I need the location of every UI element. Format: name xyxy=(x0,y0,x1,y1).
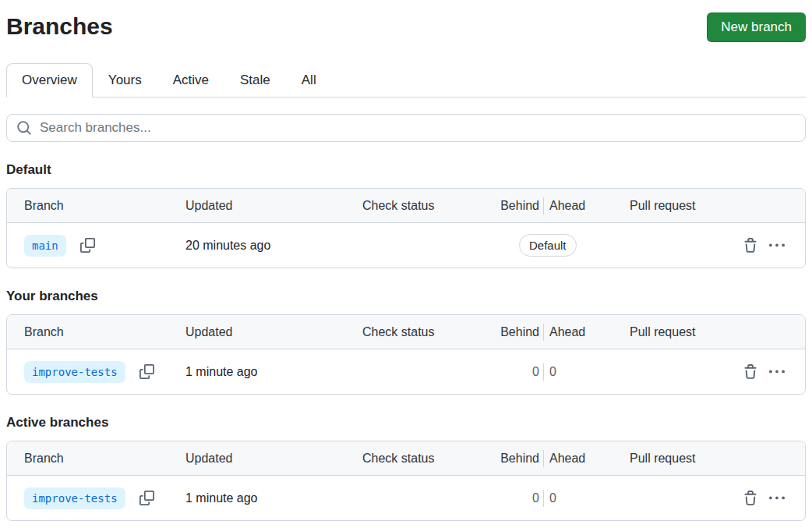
branch-more-options-button[interactable] xyxy=(769,491,785,506)
column-behind: Behind xyxy=(497,441,544,475)
branch-name-link[interactable]: main xyxy=(24,235,66,257)
new-branch-button[interactable]: New branch xyxy=(707,12,806,42)
delete-branch-button[interactable] xyxy=(743,238,758,253)
section-heading: Your branches xyxy=(6,287,806,306)
pull-request-cell xyxy=(630,223,743,268)
behind-ahead-cell: Default xyxy=(497,223,630,268)
branches-table: Branch Updated Check status Behind Ahead… xyxy=(6,441,806,521)
column-actions xyxy=(743,441,805,475)
check-status-cell xyxy=(362,349,497,394)
trash-icon xyxy=(743,238,758,253)
branch-cell: improve-tests xyxy=(7,476,185,520)
page-title: Branches xyxy=(6,12,113,41)
kebab-horizontal-icon xyxy=(769,238,785,253)
column-check-status: Check status xyxy=(362,189,497,222)
search-branches-bar xyxy=(6,114,806,142)
section-heading: Default xyxy=(6,161,806,179)
copy-branch-name-button[interactable] xyxy=(139,491,154,505)
table-row: main 20 minutes ago Default xyxy=(7,223,805,268)
kebab-horizontal-icon xyxy=(769,491,785,506)
updated-cell: 20 minutes ago xyxy=(185,223,362,268)
tab-yours[interactable]: Yours xyxy=(93,62,157,97)
column-branch: Branch xyxy=(7,441,185,475)
trash-icon xyxy=(743,491,758,506)
column-ahead: Ahead xyxy=(544,189,630,222)
branch-more-options-button[interactable] xyxy=(769,238,785,253)
row-actions xyxy=(743,223,805,268)
table-row: improve-tests 1 minute ago 0 0 xyxy=(7,476,805,520)
tab-stale[interactable]: Stale xyxy=(224,62,286,97)
column-updated: Updated xyxy=(185,315,362,349)
column-ahead: Ahead xyxy=(544,441,630,475)
ahead-count: 0 xyxy=(544,349,630,394)
default-status-badge: Default xyxy=(519,234,577,257)
branches-tabnav: Overview Yours Active Stale All xyxy=(6,62,806,97)
page-header: Branches New branch xyxy=(6,12,806,42)
check-status-cell xyxy=(362,223,497,268)
behind-count: 0 xyxy=(497,476,544,520)
behind-count: 0 xyxy=(497,349,544,394)
trash-icon xyxy=(743,364,758,380)
branches-table: Branch Updated Check status Behind Ahead… xyxy=(6,188,806,268)
table-header-row: Branch Updated Check status Behind Ahead… xyxy=(7,315,805,349)
column-actions xyxy=(743,189,805,222)
row-actions xyxy=(743,476,805,520)
column-branch: Branch xyxy=(7,315,185,349)
column-behind: Behind xyxy=(497,189,544,222)
copy-branch-name-button[interactable] xyxy=(139,364,154,379)
row-actions xyxy=(743,349,805,394)
section-heading: Active branches xyxy=(6,413,806,432)
column-actions xyxy=(743,315,805,349)
table-row: improve-tests 1 minute ago 0 0 xyxy=(7,349,805,394)
section-default: Default Branch Updated Check status Behi… xyxy=(6,161,806,268)
copy-icon xyxy=(139,364,154,379)
branch-cell: improve-tests xyxy=(7,349,185,394)
branch-name-link[interactable]: improve-tests xyxy=(24,487,125,509)
copy-icon xyxy=(80,238,95,253)
column-check-status: Check status xyxy=(362,315,497,349)
table-header-row: Branch Updated Check status Behind Ahead… xyxy=(7,441,805,476)
search-icon xyxy=(16,120,32,136)
section-active-branches: Active branches Branch Updated Check sta… xyxy=(6,413,806,521)
kebab-horizontal-icon xyxy=(769,364,785,380)
pull-request-cell xyxy=(630,476,743,520)
pull-request-cell xyxy=(630,349,743,394)
branch-name-link[interactable]: improve-tests xyxy=(24,361,125,383)
branches-table: Branch Updated Check status Behind Ahead… xyxy=(6,314,806,395)
tab-overview[interactable]: Overview xyxy=(6,63,93,97)
branch-more-options-button[interactable] xyxy=(769,364,785,380)
column-updated: Updated xyxy=(185,189,362,222)
updated-cell: 1 minute ago xyxy=(185,349,362,394)
column-updated: Updated xyxy=(185,441,362,475)
column-pull-request: Pull request xyxy=(630,315,743,349)
column-behind: Behind xyxy=(497,315,544,349)
column-check-status: Check status xyxy=(362,441,497,475)
delete-branch-button[interactable] xyxy=(743,364,758,380)
column-branch: Branch xyxy=(7,189,185,222)
delete-branch-button[interactable] xyxy=(743,491,758,506)
branch-cell: main xyxy=(7,223,185,268)
branches-page: Branches New branch Overview Yours Activ… xyxy=(0,0,812,521)
section-your-branches: Your branches Branch Updated Check statu… xyxy=(6,287,806,395)
check-status-cell xyxy=(362,476,497,520)
tab-active[interactable]: Active xyxy=(157,62,224,97)
updated-cell: 1 minute ago xyxy=(185,476,362,520)
copy-branch-name-button[interactable] xyxy=(80,238,95,253)
search-input[interactable] xyxy=(40,120,796,136)
table-header-row: Branch Updated Check status Behind Ahead… xyxy=(7,189,805,223)
copy-icon xyxy=(139,491,154,505)
ahead-count: 0 xyxy=(544,476,630,520)
column-pull-request: Pull request xyxy=(630,441,743,475)
tab-all[interactable]: All xyxy=(286,62,332,97)
column-pull-request: Pull request xyxy=(630,189,743,222)
column-ahead: Ahead xyxy=(544,315,630,349)
